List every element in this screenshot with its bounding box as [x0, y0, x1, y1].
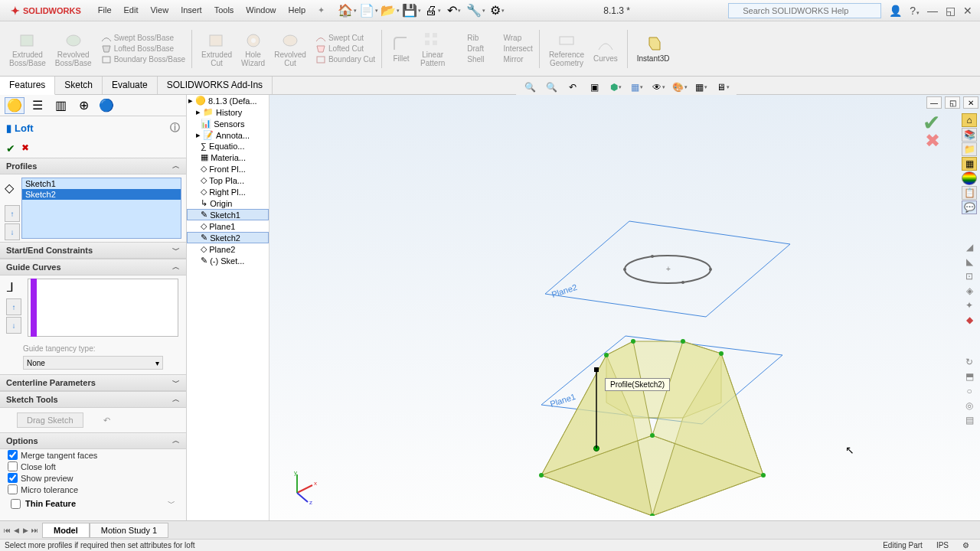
menu-file[interactable]: File — [92, 2, 118, 18]
boundary-cut-button[interactable]: Boundary Cut — [315, 55, 375, 64]
mirror-button[interactable]: Mirror — [491, 55, 533, 64]
rebuild-icon[interactable]: 🔧▾ — [467, 3, 484, 18]
tree-top-plane[interactable]: ◇ Top Pla... — [187, 174, 269, 186]
drag-sketch-button[interactable]: Drag Sketch — [17, 412, 83, 428]
merge-tangent-checkbox[interactable]: Merge tangent faces — [0, 449, 186, 461]
hole-wizard-button[interactable]: Hole Wizard — [238, 29, 268, 69]
extruded-boss-button[interactable]: Extruded Boss/Base — [6, 29, 49, 69]
tab-first-icon[interactable]: ⏮ — [3, 527, 11, 534]
tree-plane1[interactable]: ◇ Plane1 — [187, 220, 269, 232]
tab-sketch[interactable]: Sketch — [55, 77, 103, 94]
open-icon[interactable]: 📂▾ — [381, 3, 398, 18]
pm-help-icon[interactable]: ⓘ — [170, 121, 180, 135]
profiles-list[interactable]: Sketch1 Sketch2 — [21, 178, 181, 239]
close-loft-checkbox[interactable]: Close loft — [0, 461, 186, 472]
centerline-header[interactable]: Centerline Parameters﹀ — [0, 374, 186, 391]
tp-design-lib-icon[interactable]: 📚 — [962, 128, 977, 142]
boundary-boss-button[interactable]: Boundary Boss/Base — [101, 55, 185, 64]
graphics-viewport[interactable]: — ◱ ✕ ✔ ✖ ⌂ 📚 📁 ▦ 📋 💬 ◢ ◣ ⊡ ◈ ✦ ◆ ↻ ⬒ ○ — [270, 95, 980, 520]
tree-material[interactable]: ▦ Materia... — [187, 152, 269, 163]
intersect-button[interactable]: Intersect — [491, 44, 533, 54]
fillet-button[interactable]: Fillet — [388, 33, 414, 64]
sf-2-icon[interactable]: ◣ — [962, 255, 977, 269]
tree-sketch3[interactable]: ✎ (-) Sket... — [187, 255, 269, 266]
profile-arrow-icon[interactable]: ◇ — [5, 181, 14, 195]
menu-edit[interactable]: Edit — [118, 2, 145, 18]
tree-root[interactable]: ▸ 🟡 8.1.3 (Defa... — [187, 95, 269, 106]
view-orient-icon[interactable]: ⬢▾ — [606, 80, 625, 95]
tree-equations[interactable]: ∑ Equatio... — [187, 141, 269, 152]
pm-tab-appearance-icon[interactable]: 🔵 — [96, 97, 116, 114]
guide-arrow-icon[interactable]: ᒧ — [6, 280, 14, 295]
new-icon[interactable]: 📄▾ — [360, 3, 377, 18]
show-preview-checkbox[interactable]: Show preview — [0, 472, 186, 484]
options-header[interactable]: Options︿ — [0, 432, 186, 449]
user-icon[interactable]: 👤 — [889, 5, 902, 17]
ct-4-icon[interactable]: ◎ — [962, 399, 977, 412]
shell-button[interactable]: Shell — [454, 55, 484, 64]
tab-next-icon[interactable]: ▶ — [21, 527, 30, 534]
vp-close-icon[interactable]: ✕ — [963, 96, 978, 109]
home-icon[interactable]: 🏠▾ — [338, 3, 355, 18]
wrap-button[interactable]: Wrap — [491, 34, 533, 43]
micro-tolerance-checkbox[interactable]: Micro tolerance — [0, 484, 186, 495]
extruded-cut-button[interactable]: Extruded Cut — [198, 29, 235, 69]
ok-icon[interactable]: ✔ — [6, 142, 15, 155]
guide-tangency-dropdown[interactable]: None▾ — [23, 356, 163, 370]
status-units[interactable]: IPS — [936, 541, 949, 549]
tree-front-plane[interactable]: ◇ Front Pl... — [187, 163, 269, 174]
sf-4-icon[interactable]: ◈ — [962, 284, 977, 298]
tp-custom-props-icon[interactable]: 📋 — [962, 186, 977, 200]
instant3d-button[interactable]: Instant3D — [634, 33, 673, 64]
tree-right-plane[interactable]: ◇ Right Pl... — [187, 186, 269, 197]
pm-tab-display-icon[interactable]: ▥ — [51, 97, 70, 114]
sketchtools-header[interactable]: Sketch Tools︿ — [0, 391, 186, 408]
menu-insert[interactable]: Insert — [175, 2, 208, 18]
move-down-button[interactable]: ↓ — [5, 223, 20, 240]
vp-min-icon[interactable]: — — [926, 96, 942, 109]
pm-tab-config-icon[interactable]: ☰ — [28, 97, 47, 114]
zoom-area-icon[interactable]: 🔍 — [542, 80, 560, 95]
print-icon[interactable]: 🖨▾ — [424, 3, 441, 18]
ct-3-icon[interactable]: ○ — [962, 384, 977, 398]
edit-appearance-icon[interactable]: 🎨▾ — [671, 80, 689, 95]
tab-features[interactable]: Features — [0, 77, 55, 95]
swept-cut-button[interactable]: Swept Cut — [315, 34, 375, 43]
tab-motion-study[interactable]: Motion Study 1 — [90, 523, 168, 538]
reference-geometry-button[interactable]: Reference Geometry — [546, 29, 587, 69]
tree-sensors[interactable]: 📊 Sensors — [187, 118, 269, 129]
display-style-icon[interactable]: ▦▾ — [628, 80, 646, 95]
sf-5-icon[interactable]: ✦ — [962, 298, 977, 312]
undo-drag-icon[interactable]: ↶ — [103, 416, 110, 425]
menu-help[interactable]: Help — [282, 2, 312, 18]
apply-scene-icon[interactable]: ▦▾ — [692, 80, 710, 95]
undo-icon[interactable]: ↶▾ — [446, 3, 462, 18]
rib-button[interactable]: Rib — [454, 34, 484, 43]
tp-view-palette-icon[interactable]: ▦ — [962, 157, 977, 171]
close-icon[interactable]: ✕ — [963, 5, 972, 17]
guide-header[interactable]: Guide Curves︿ — [0, 259, 186, 276]
vp-max-icon[interactable]: ◱ — [945, 96, 960, 109]
hide-show-icon[interactable]: 👁▾ — [649, 80, 668, 95]
lofted-boss-button[interactable]: Lofted Boss/Base — [101, 44, 185, 54]
tree-plane2[interactable]: ◇ Plane2 — [187, 243, 269, 255]
tree-origin[interactable]: ↳ Origin — [187, 197, 269, 209]
revolved-cut-button[interactable]: Revolved Cut — [271, 29, 309, 69]
zoom-fit-icon[interactable]: 🔍 — [521, 80, 539, 95]
tree-history[interactable]: ▸ 📁 History — [187, 106, 269, 118]
minimize-icon[interactable]: — — [927, 5, 938, 17]
section-view-icon[interactable]: ▣ — [585, 80, 603, 95]
save-icon[interactable]: 💾▾ — [403, 3, 420, 18]
orientation-triad[interactable]: x y z — [283, 468, 322, 507]
profile-callout[interactable]: Profile(Sketch2) — [605, 378, 670, 391]
draft-button[interactable]: Draft — [454, 44, 484, 54]
tp-resources-icon[interactable]: ⌂ — [962, 113, 977, 127]
ct-5-icon[interactable]: ▤ — [962, 413, 977, 427]
profile-item-2[interactable]: Sketch2 — [22, 189, 181, 200]
menu-tools[interactable]: Tools — [208, 2, 240, 18]
ct-1-icon[interactable]: ↻ — [962, 355, 977, 369]
tree-annotations[interactable]: ▸ 📝 Annota... — [187, 129, 269, 141]
status-gear-icon[interactable]: ⚙ — [962, 541, 969, 549]
settings-icon[interactable]: ⚙▾ — [488, 3, 505, 18]
cancel-feature-icon[interactable]: ✖ — [925, 130, 940, 152]
